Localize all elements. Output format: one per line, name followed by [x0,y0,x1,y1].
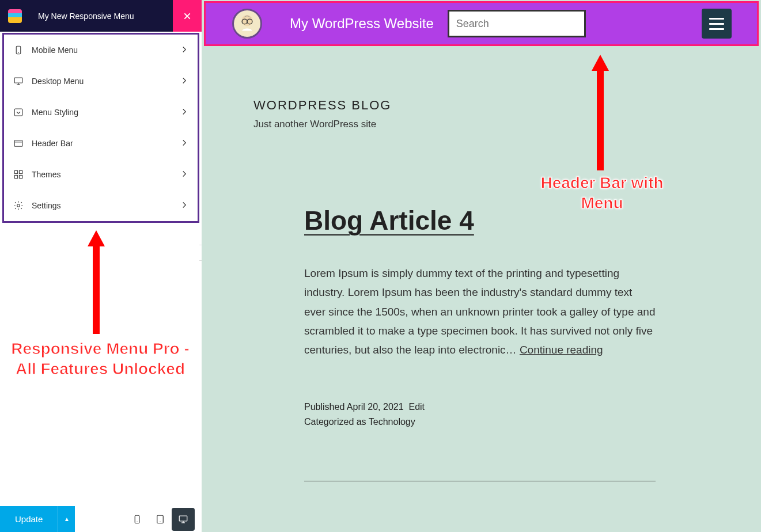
preview-pane: My WordPress Website WORDPRESS BLOG Just… [202,0,761,532]
published-date: April 20, 2021 [347,402,404,412]
device-desktop-button[interactable] [172,508,195,531]
article-body: Lorem Ipsum is simply dummy text of the … [304,264,656,359]
menu-section-list: Mobile Menu Desktop Menu Menu Styling He… [2,33,199,223]
annotation-arrow-shaft [597,68,604,170]
article-divider [304,481,656,481]
update-button[interactable]: Update [0,506,58,532]
svg-rect-5 [14,109,22,116]
site-logo-avatar[interactable] [232,9,262,39]
svg-rect-6 [14,140,22,147]
customizer-sidebar: My New Responsive Menu Mobile Menu Deskt… [0,0,202,532]
menu-item-settings[interactable]: Settings [4,190,198,221]
close-button[interactable] [173,0,202,32]
svg-point-12 [17,204,20,207]
search-input[interactable] [448,10,586,37]
close-icon [183,12,192,21]
menu-item-label: Themes [32,170,61,179]
menu-item-label: Header Bar [32,139,73,148]
menu-item-desktop-menu[interactable]: Desktop Menu [4,66,198,97]
themes-icon [13,169,24,180]
category-link[interactable]: Technology [369,417,415,427]
svg-rect-11 [20,176,22,178]
dropdown-icon [13,107,24,117]
update-dropdown-toggle[interactable]: ▲ [58,506,75,532]
mobile-icon [13,45,24,55]
menu-item-label: Mobile Menu [32,45,78,55]
hamburger-line [709,23,724,25]
chevron-right-icon [179,107,190,119]
svg-rect-17 [179,516,187,521]
site-title[interactable]: My WordPress Website [290,16,434,32]
avatar-icon [234,10,260,37]
menu-item-header-bar[interactable]: Header Bar [4,128,198,159]
site-heading: WORDPRESS BLOG [253,98,761,113]
svg-rect-8 [14,170,17,173]
published-label: Published [304,402,347,412]
device-tablet-button[interactable] [149,508,172,531]
hamburger-menu-button[interactable] [702,9,732,39]
hamburger-line [709,28,724,30]
chevron-right-icon [179,169,190,181]
menu-item-mobile-menu[interactable]: Mobile Menu [4,35,198,66]
menu-item-label: Menu Styling [32,108,78,117]
chevron-right-icon [179,200,190,212]
annotation-arrow-shaft [93,243,100,334]
gear-icon [13,200,24,211]
article: Blog Article 4 Lorem Ipsum is simply dum… [304,205,656,481]
svg-rect-2 [14,78,22,83]
window-icon [13,138,24,149]
site-tagline: Just another WordPress site [253,119,761,130]
menu-item-themes[interactable]: Themes [4,159,198,190]
desktop-icon [13,76,24,86]
sidebar-footer: Update ▲ [0,506,202,532]
plugin-logo [8,9,22,23]
annotation-right: Header Bar with Menu [527,173,677,213]
menu-item-label: Desktop Menu [32,77,84,86]
chevron-right-icon [179,44,190,56]
sidebar-header: My New Responsive Menu [0,0,202,32]
hamburger-line [709,18,724,20]
continue-reading-link[interactable]: Continue reading [520,344,603,356]
annotation-left: Responsive Menu Pro - All Features Unloc… [5,339,195,379]
menu-item-label: Settings [32,201,61,210]
sidebar-title: My New Responsive Menu [38,12,134,21]
categorized-label: Categorized as [304,417,369,427]
menu-item-menu-styling[interactable]: Menu Styling [4,97,198,128]
article-meta: Published April 20, 2021 Edit Categorize… [304,400,656,429]
svg-rect-10 [14,176,17,178]
device-mobile-button[interactable] [126,508,149,531]
site-heading-block: WORDPRESS BLOG Just another WordPress si… [202,46,761,130]
svg-rect-9 [20,170,22,173]
header-bar: My WordPress Website [204,1,759,46]
edit-link[interactable]: Edit [408,402,425,412]
chevron-right-icon [179,75,190,88]
chevron-right-icon [179,138,190,150]
